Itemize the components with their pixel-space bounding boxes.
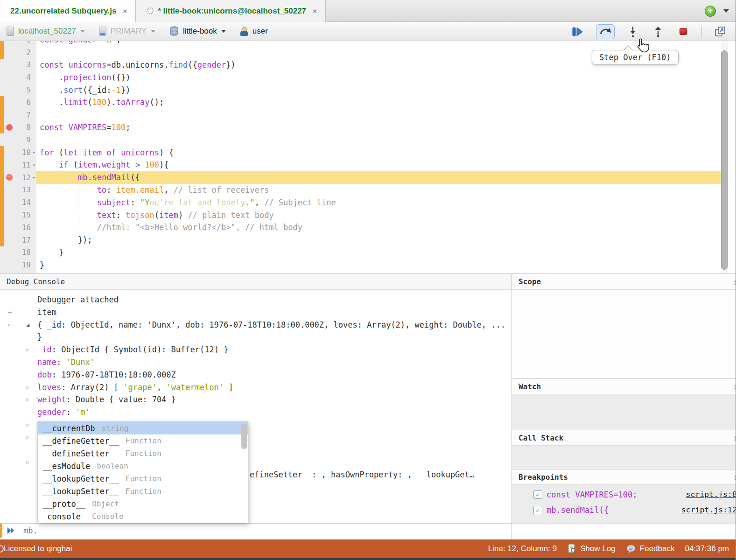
close-icon[interactable]: × xyxy=(123,7,127,15)
console-input-value[interactable]: mb. xyxy=(23,526,38,535)
code-line-12[interactable]: 12▾ mb.sendMail({ xyxy=(0,171,736,184)
code-text[interactable]: subject: "You're fat and lonely.", // Su… xyxy=(37,198,336,207)
code-text[interactable]: to: item.email, // list of receivers xyxy=(37,185,269,195)
database-dropdown[interactable]: little-book xyxy=(169,26,226,36)
user-menu[interactable]: user xyxy=(240,27,268,36)
watch-expression[interactable]: ▷ item.weight: xyxy=(512,400,736,413)
tab-list-menu-icon[interactable] xyxy=(723,9,729,13)
code-line-8[interactable]: 8const VAMPIRES=100; xyxy=(0,121,736,134)
call-stack-frame[interactable]: (anonymous) script.js:12 xyxy=(512,451,736,464)
code-line-4[interactable]: 4 .projection({}) xyxy=(0,71,736,84)
breakpoint-checkbox[interactable]: ✓ xyxy=(533,490,542,499)
code-text[interactable]: const VAMPIRES=100; xyxy=(37,123,131,132)
breakpoints-header[interactable]: Breakpoints xyxy=(512,469,736,485)
step-out-button[interactable] xyxy=(651,25,665,38)
breakpoint-entry[interactable]: ✓mb.sendMail({script.js:12 xyxy=(512,504,736,517)
autocomplete-item-__defineGetter__[interactable]: __defineGetter__Function xyxy=(38,434,248,447)
breakpoint-gutter[interactable] xyxy=(4,124,15,131)
code-text[interactable]: .limit(100).toArray(); xyxy=(37,98,164,107)
scrollbar-thumb[interactable] xyxy=(721,50,728,270)
breakpoint-location-link[interactable]: script.js:12 xyxy=(681,504,736,517)
triangle-collapsed-icon[interactable]: ▷ xyxy=(26,343,29,356)
scope-block-node[interactable]: ◢ Block xyxy=(512,294,736,307)
code-line-13[interactable]: 13 to: item.email, // list of receivers xyxy=(0,184,736,196)
autocomplete-item-__proto__[interactable]: __proto__Object xyxy=(38,497,248,510)
code-line-14[interactable]: 14 subject: "You're fat and lonely.", //… xyxy=(0,196,736,209)
code-token: 'm' xyxy=(102,41,116,44)
triangle-expanded-icon[interactable]: ◢ xyxy=(26,319,29,331)
code-line-6[interactable]: 6 .limit(100).toArray(); xyxy=(0,96,736,109)
triangle-collapsed-icon[interactable]: ▷ xyxy=(26,431,29,444)
autocomplete-item-__esModule[interactable]: __esModuleboolean xyxy=(38,460,248,472)
show-log-button[interactable]: Show Log xyxy=(567,544,616,554)
breakpoint-location-link[interactable]: script.js:8 xyxy=(686,489,736,501)
code-line-15[interactable]: 15 text: tojson(item) // plain text body xyxy=(0,209,736,221)
current-execution-breakpoint-icon[interactable] xyxy=(6,174,13,181)
fold-arrow-icon[interactable]: ▾ xyxy=(31,162,37,168)
code-text[interactable]: const unicorns=db.unicorns.find({gender}… xyxy=(37,60,236,70)
tab-bar: 22.uncorrelated Subquery.js × * little-b… xyxy=(0,0,736,22)
open-in-new-window-button[interactable] xyxy=(713,25,727,38)
replica-dropdown[interactable]: PRIMARY xyxy=(99,27,155,36)
console-input-row[interactable]: mb. xyxy=(0,523,512,538)
code-text[interactable]: mb.sendMail({ xyxy=(37,173,140,182)
code-text[interactable]: for (let item of unicorns) { xyxy=(37,148,174,157)
call-stack-header[interactable]: Call Stack xyxy=(512,430,736,446)
triangle-collapsed-icon[interactable]: ▷ xyxy=(26,456,29,469)
collapse-icon[interactable] xyxy=(733,434,736,441)
step-into-button[interactable] xyxy=(626,25,640,38)
tab-little-book-unicorns[interactable]: * little-book:unicorns@localhost_50227 × xyxy=(136,0,326,22)
scope-header[interactable]: Scope xyxy=(512,274,736,290)
code-editor[interactable]: 1const gender='m';23const unicorns=db.un… xyxy=(0,41,736,273)
fold-arrow-icon[interactable]: ▾ xyxy=(31,175,37,180)
popup-scrollbar-thumb[interactable] xyxy=(241,424,247,449)
close-icon[interactable]: × xyxy=(313,7,317,15)
connection-dropdown[interactable]: localhost_50227 xyxy=(7,27,85,36)
code-line-5[interactable]: 5 .sort({_id:-1}) xyxy=(0,84,736,96)
autocomplete-item-__defineSetter__[interactable]: __defineSetter__Function xyxy=(38,447,248,460)
code-text[interactable]: if (item.weight > 100){ xyxy=(37,160,168,169)
feedback-button[interactable]: Feedback xyxy=(626,544,675,553)
autocomplete-item-__lookupSetter__[interactable]: __lookupSetter__Function xyxy=(38,485,248,497)
code-text[interactable]: text: tojson(item) // plain text body xyxy=(37,210,274,220)
fold-arrow-icon[interactable]: ▾ xyxy=(31,150,37,155)
breakpoint-checkbox[interactable]: ✓ xyxy=(533,506,542,514)
code-line-11[interactable]: 11▾ if (item.weight > 100){ xyxy=(0,159,736,171)
autocomplete-item-_console_[interactable]: _console_Console xyxy=(38,510,248,523)
scope-script-node[interactable]: ▷ Script xyxy=(512,343,736,356)
breakpoint-icon[interactable] xyxy=(6,124,13,131)
triangle-collapsed-icon[interactable]: ▷ xyxy=(26,419,29,431)
tab-uncorrelated-subquery[interactable]: 22.uncorrelated Subquery.js × xyxy=(0,0,136,22)
autocomplete-item-__currentDb[interactable]: __currentDbstring xyxy=(38,422,248,434)
code-line-9[interactable]: 9 xyxy=(0,133,736,146)
scope-global-node[interactable]: ▷ Global xyxy=(512,358,736,371)
code-line-19[interactable]: 19} xyxy=(0,259,736,271)
code-line-17[interactable]: 17 }); xyxy=(0,234,736,246)
stop-button[interactable] xyxy=(676,25,690,38)
triangle-collapsed-icon[interactable]: ▷ xyxy=(26,393,29,406)
triangle-collapsed-icon[interactable]: ▷ xyxy=(26,381,29,394)
code-text[interactable]: } xyxy=(37,248,63,257)
code-text[interactable]: .projection({}) xyxy=(37,73,131,82)
code-line-18[interactable]: 18 } xyxy=(0,246,736,259)
breakpoint-gutter[interactable] xyxy=(4,174,15,181)
code-text[interactable]: const gender='m'; xyxy=(37,41,121,44)
code-line-16[interactable]: 16 //html: "<b>Hello world?</b>", // htm… xyxy=(0,221,736,234)
autocomplete-item-__lookupGetter__[interactable]: __lookupGetter__Function xyxy=(38,472,248,485)
breakpoint-entry[interactable]: ✓const VAMPIRES=100;script.js:8 xyxy=(512,489,736,501)
code-text[interactable]: } xyxy=(37,260,44,270)
continue-button[interactable] xyxy=(571,25,585,38)
new-tab-button[interactable]: + xyxy=(705,6,716,17)
collapse-icon[interactable] xyxy=(733,473,736,481)
step-over-button[interactable] xyxy=(596,24,615,39)
watch-header[interactable]: Watch xyxy=(512,378,736,394)
scope-item-node[interactable]: ▷ item: xyxy=(512,313,736,325)
code-line-7[interactable]: 7 xyxy=(0,109,736,121)
code-line-10[interactable]: 10▾for (let item of unicorns) { xyxy=(0,146,736,159)
code-text[interactable]: }); xyxy=(37,235,92,245)
code-text[interactable]: .sort({_id:-1}) xyxy=(37,85,131,95)
collapse-icon[interactable] xyxy=(733,383,736,390)
code-text[interactable]: //html: "<b>Hello world?</b>", // html b… xyxy=(37,223,302,232)
collapse-icon[interactable] xyxy=(733,278,736,286)
editor-scrollbar[interactable] xyxy=(721,41,728,273)
